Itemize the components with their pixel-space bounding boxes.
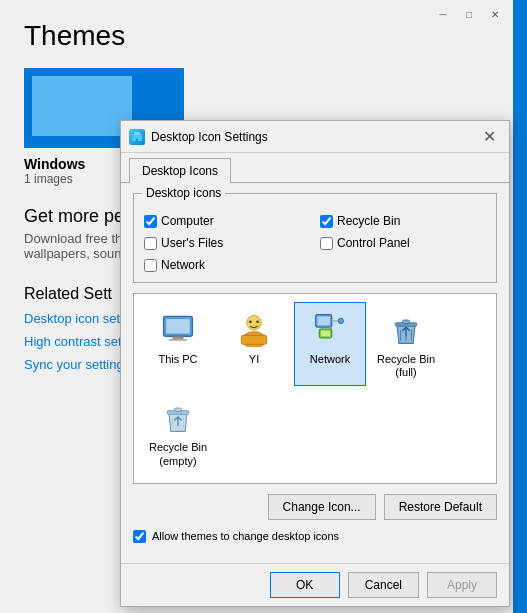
close-bg-button[interactable]: ✕ — [483, 4, 507, 24]
desktop-icons-group: Desktop icons Computer Recycle Bin User'… — [133, 193, 497, 283]
control-panel-checkbox[interactable] — [320, 237, 333, 250]
checkbox-control-panel: Control Panel — [320, 236, 486, 250]
svg-rect-6 — [169, 339, 187, 341]
group-legend: Desktop icons — [142, 186, 225, 200]
titlebar-left: Desktop Icon Settings — [129, 129, 268, 145]
window-controls: ─ □ ✕ — [431, 4, 507, 24]
network-checkbox[interactable] — [144, 259, 157, 272]
icon-yi[interactable]: YI — [218, 302, 290, 386]
yi-icon-visual — [234, 309, 274, 349]
svg-point-17 — [338, 318, 343, 323]
svg-point-11 — [256, 320, 259, 323]
checkbox-users-files: User's Files — [144, 236, 310, 250]
dialog-footer: OK Cancel Apply — [121, 563, 509, 606]
computer-checkbox[interactable] — [144, 215, 157, 228]
icon-selection-grid-box: This PC — [133, 293, 497, 484]
dialog-body: Desktop icons Computer Recycle Bin User'… — [121, 183, 509, 563]
icon-recycle-bin-empty[interactable]: Recycle Bin(empty) — [142, 390, 214, 474]
svg-point-10 — [249, 320, 252, 323]
icon-this-pc[interactable]: This PC — [142, 302, 214, 386]
svg-rect-5 — [173, 336, 184, 339]
tab-desktop-icons[interactable]: Desktop Icons — [129, 158, 231, 183]
right-accent-bar — [513, 0, 527, 613]
icon-grid: This PC — [142, 302, 488, 475]
dialog-titlebar: Desktop Icon Settings ✕ — [121, 121, 509, 153]
svg-rect-4 — [166, 319, 189, 333]
computer-label: Computer — [161, 214, 214, 228]
desktop-icon-settings-dialog: Desktop Icon Settings ✕ Desktop Icons De… — [120, 120, 510, 607]
recycle-full-icon-visual — [386, 309, 426, 349]
checkbox-network: Network — [144, 258, 310, 272]
dialog-title-text: Desktop Icon Settings — [151, 130, 268, 144]
icon-action-buttons: Change Icon... Restore Default — [133, 494, 497, 520]
this-pc-icon-visual — [158, 309, 198, 349]
checkboxes-grid: Computer Recycle Bin User's Files Contro… — [144, 200, 486, 272]
restore-default-button[interactable]: Restore Default — [384, 494, 497, 520]
svg-rect-21 — [402, 320, 409, 324]
page-title: Themes — [24, 20, 503, 52]
apply-button[interactable]: Apply — [427, 572, 497, 598]
themes-preview-inner — [32, 76, 132, 136]
recycle-empty-label: Recycle Bin(empty) — [149, 441, 207, 467]
this-pc-label: This PC — [158, 353, 197, 366]
checkbox-computer: Computer — [144, 214, 310, 228]
users-files-checkbox[interactable] — [144, 237, 157, 250]
yi-label: YI — [249, 353, 259, 366]
recycle-full-label: Recycle Bin(full) — [377, 353, 435, 379]
allow-themes-checkbox[interactable] — [133, 530, 146, 543]
dialog-close-button[interactable]: ✕ — [477, 125, 501, 149]
cancel-button[interactable]: Cancel — [348, 572, 419, 598]
network-icon-visual — [310, 309, 350, 349]
network-label: Network — [161, 258, 205, 272]
control-panel-label: Control Panel — [337, 236, 410, 250]
svg-point-2 — [136, 139, 138, 141]
allow-themes-label: Allow themes to change desktop icons — [152, 530, 339, 542]
svg-rect-15 — [321, 331, 330, 336]
minimize-button[interactable]: ─ — [431, 4, 455, 24]
change-icon-button[interactable]: Change Icon... — [268, 494, 376, 520]
users-files-label: User's Files — [161, 236, 223, 250]
svg-rect-1 — [134, 132, 140, 135]
allow-themes-row: Allow themes to change desktop icons — [133, 530, 497, 543]
network-label-icon: Network — [310, 353, 350, 366]
ok-button[interactable]: OK — [270, 572, 340, 598]
dialog-tabs: Desktop Icons — [121, 153, 509, 183]
svg-rect-13 — [317, 316, 330, 325]
recycle-empty-icon-visual — [158, 397, 198, 437]
recycle-bin-checkbox[interactable] — [320, 215, 333, 228]
dialog-title-icon — [129, 129, 145, 145]
maximize-button[interactable]: □ — [457, 4, 481, 24]
checkbox-recycle-bin: Recycle Bin — [320, 214, 486, 228]
svg-rect-9 — [241, 335, 266, 344]
icon-recycle-bin-full[interactable]: Recycle Bin(full) — [370, 302, 442, 386]
icon-network[interactable]: Network — [294, 302, 366, 386]
recycle-bin-label: Recycle Bin — [337, 214, 400, 228]
svg-rect-26 — [174, 408, 181, 412]
